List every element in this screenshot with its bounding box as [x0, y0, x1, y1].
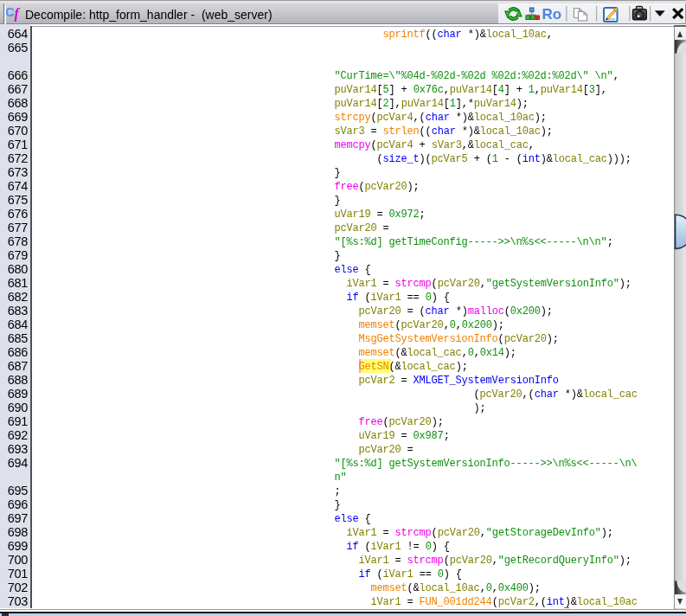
svg-text:Ro: Ro: [542, 6, 562, 22]
